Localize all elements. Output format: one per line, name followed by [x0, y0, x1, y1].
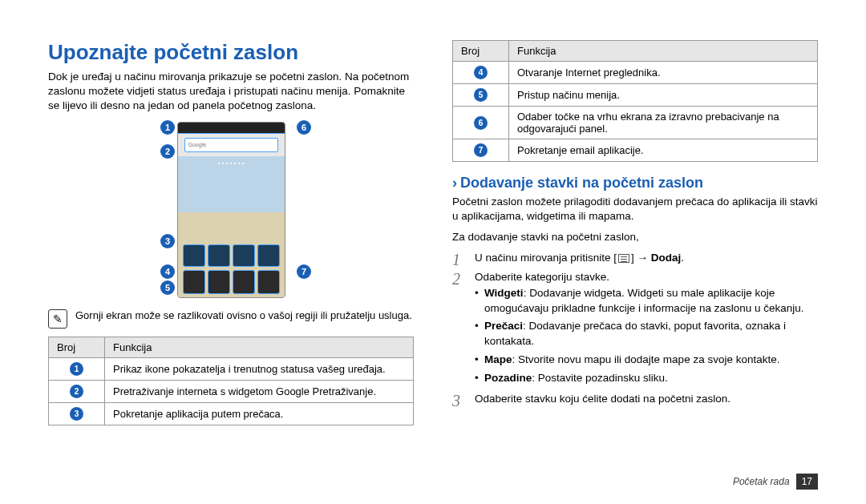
table-row: 5 Pristup načinu menija.	[453, 84, 818, 107]
table-row: 1 Prikaz ikone pokazatelja i trenutnog s…	[49, 357, 414, 380]
row-desc: Otvaranje Internet preglednika.	[509, 62, 818, 84]
row-num: 4	[474, 66, 488, 79]
row-desc: Pokretanje email aplikacije.	[509, 139, 818, 162]
step-1: 1 U načinu mirovanja pritisnite [] → Dod…	[452, 252, 818, 268]
bullet-pozadine: Pozadine: Postavite pozadinsku sliku.	[475, 371, 818, 386]
callout-7: 7	[297, 264, 311, 279]
row-num: 5	[474, 88, 488, 102]
callout-2: 2	[160, 144, 175, 159]
row-num: 7	[474, 143, 488, 157]
row-num: 6	[474, 116, 488, 130]
table-row: 7 Pokretanje email aplikacije.	[453, 139, 818, 162]
row-desc: Pokretanje aplikacija putem prečaca.	[105, 402, 414, 425]
bullet-widgeti: Widgeti: Dodavanje widgeta. Widgeti su m…	[475, 286, 818, 317]
function-table-right: Broj Funkcija 4 Otvaranje Internet pregl…	[452, 40, 818, 162]
function-table-left: Broj Funkcija 1 Prikaz ikone pokazatelja…	[48, 337, 414, 425]
page-title: Upoznajte početni zaslon	[48, 40, 414, 65]
table-row: 6 Odaber točke na vrhu ekrana za izravno…	[453, 107, 818, 139]
footer-label: Početak rada	[733, 476, 790, 487]
callout-5: 5	[160, 280, 175, 295]
phone-search-widget: Google	[184, 138, 278, 152]
sub-p2: Za dodavanje stavki na početni zaslon,	[452, 230, 818, 244]
row-desc: Odaber točke na vrhu ekrana za izravno p…	[509, 107, 818, 139]
row-num: 3	[70, 407, 83, 421]
note-icon: ✎	[48, 309, 67, 329]
phone-illustration: 1 2 3 4 5 6 7 Google • • • • • • •	[48, 122, 414, 298]
step-3: 3 Odaberite stavku koju ćelite dodati na…	[452, 393, 818, 409]
row-num: 1	[70, 362, 83, 376]
menu-icon	[618, 254, 629, 263]
page-footer: Početak rada 17	[733, 474, 818, 490]
row-desc: Pristup načinu menija.	[509, 84, 818, 107]
chevron-icon: ›	[452, 175, 457, 192]
row-desc: Prikaz ikone pokazatelja i trenutnog sta…	[105, 357, 414, 380]
bullet-mape: Mape: Stvorite novu mapu ili dodajte map…	[475, 353, 818, 368]
table-row: 4 Otvaranje Internet preglednika.	[453, 62, 818, 84]
th-func: Funkcija	[509, 41, 818, 62]
page-number: 17	[796, 474, 818, 490]
note-text: Gornji ekran može se razlikovati ovisno …	[75, 309, 412, 321]
row-num: 2	[70, 385, 83, 398]
bullet-precaci: Prečaci: Dodavanje prečaca do stavki, po…	[475, 319, 818, 349]
table-row: 2 Pretraživanje interneta s widgetom Goo…	[49, 380, 414, 402]
table-row: 3 Pokretanje aplikacija putem prečaca.	[49, 402, 414, 425]
subsection-heading: › Dodavanje stavki na početni zaslon	[452, 175, 818, 192]
row-desc: Pretraživanje interneta s widgetom Googl…	[105, 380, 414, 402]
note-block: ✎ Gornji ekran može se razlikovati ovisn…	[48, 309, 414, 329]
step-2: 2 Odaberite kategoriju stavke. Widgeti: …	[452, 271, 818, 389]
th-num: Broj	[49, 337, 105, 357]
sub-p1: Početni zaslon možete prilagoditi dodava…	[452, 195, 818, 224]
callout-6: 6	[297, 120, 311, 135]
th-num: Broj	[453, 41, 509, 62]
callout-4: 4	[160, 264, 175, 279]
th-func: Funkcija	[105, 337, 414, 357]
callout-3: 3	[160, 234, 175, 248]
intro-text: Dok je uređaj u načinu mirovanja prikazu…	[48, 70, 414, 114]
callout-1: 1	[160, 120, 175, 135]
